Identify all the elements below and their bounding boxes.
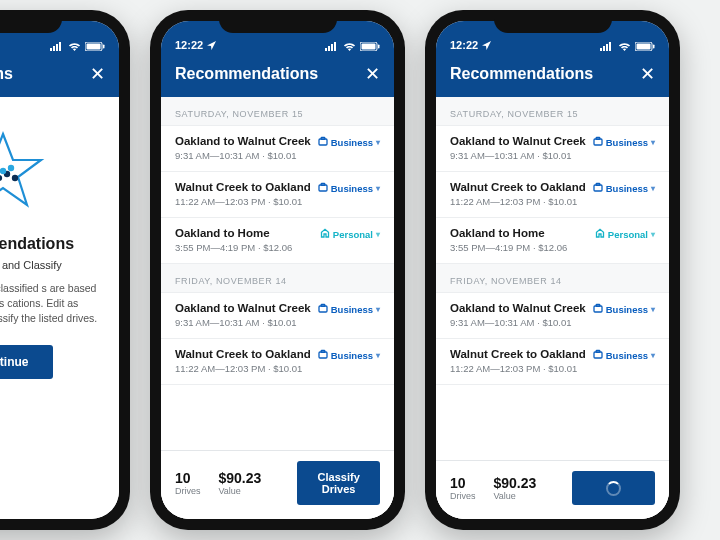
briefcase-icon xyxy=(318,349,328,361)
drive-meta: 3:55 PM—4:19 PM · $12.06 xyxy=(450,242,595,253)
svg-rect-31 xyxy=(606,44,608,51)
drive-title: Oakland to Walnut Creek xyxy=(175,302,318,314)
drive-meta: 9:31 AM—10:31 AM · $10.01 xyxy=(175,317,318,328)
star-illustration xyxy=(0,115,103,225)
section-header: SATURDAY, NOVEMBER 15 xyxy=(436,97,669,126)
location-icon xyxy=(482,41,491,50)
svg-rect-6 xyxy=(103,45,105,49)
nav-title: Recommendations xyxy=(450,65,593,83)
svg-rect-1 xyxy=(53,46,55,51)
classification-tag[interactable]: Personal▾ xyxy=(320,227,380,240)
battery-icon xyxy=(85,42,105,51)
chevron-down-icon: ▾ xyxy=(651,305,655,314)
chevron-down-icon: ▾ xyxy=(376,138,380,147)
signal-icon xyxy=(50,42,64,51)
close-icon[interactable]: ✕ xyxy=(365,63,380,85)
drive-row[interactable]: Oakland to Home3:55 PM—4:19 PM · $12.06P… xyxy=(436,218,669,264)
navbar: emmendations ✕ xyxy=(0,55,119,97)
drive-title: Oakland to Walnut Creek xyxy=(450,135,593,147)
svg-rect-14 xyxy=(325,48,327,51)
svg-rect-2 xyxy=(56,44,58,51)
svg-rect-3 xyxy=(59,42,61,51)
drive-row[interactable]: Oakland to Walnut Creek9:31 AM—10:31 AM … xyxy=(161,293,394,339)
section-header: SATURDAY, NOVEMBER 15 xyxy=(161,97,394,126)
drive-list[interactable]: SATURDAY, NOVEMBER 15Oakland to Walnut C… xyxy=(436,97,669,460)
intro-heading: Recommendations xyxy=(0,235,103,253)
navbar: Recommendations ✕ xyxy=(436,55,669,97)
svg-rect-20 xyxy=(378,45,380,49)
status-time: 12:22 xyxy=(175,39,203,51)
drive-meta: 9:31 AM—10:31 AM · $10.01 xyxy=(175,150,318,161)
classification-tag[interactable]: Business▾ xyxy=(593,302,655,315)
drive-title: Oakland to Walnut Creek xyxy=(175,135,318,147)
home-icon xyxy=(320,228,330,240)
briefcase-icon xyxy=(593,182,603,194)
status-time: 12:22 xyxy=(450,39,478,51)
stat-value: $90.23 Value xyxy=(219,470,262,496)
svg-point-10 xyxy=(11,175,17,181)
briefcase-icon xyxy=(593,136,603,148)
home-icon xyxy=(595,228,605,240)
svg-rect-29 xyxy=(600,48,602,51)
phone-list: 12:22 Recommendations ✕ SATURDAY, NOVEMB… xyxy=(150,10,405,530)
drive-meta: 11:22 AM—12:03 PM · $10.01 xyxy=(450,196,593,207)
close-icon[interactable]: ✕ xyxy=(90,63,105,85)
classification-tag[interactable]: Business▾ xyxy=(318,302,380,315)
briefcase-icon xyxy=(318,136,328,148)
classification-tag[interactable]: Business▾ xyxy=(318,348,380,361)
svg-rect-30 xyxy=(603,46,605,51)
section-header: FRIDAY, NOVEMBER 14 xyxy=(161,264,394,293)
drive-row[interactable]: Oakland to Walnut Creek9:31 AM—10:31 AM … xyxy=(161,126,394,172)
summary-footer: 10 Drives $90.23 Value xyxy=(436,460,669,519)
navbar: Recommendations ✕ xyxy=(161,55,394,97)
nav-title: emmendations xyxy=(0,65,13,83)
stat-value: $90.23 Value xyxy=(494,475,537,501)
drive-meta: 9:31 AM—10:31 AM · $10.01 xyxy=(450,317,593,328)
svg-rect-35 xyxy=(653,45,655,49)
drive-meta: 3:55 PM—4:19 PM · $12.06 xyxy=(175,242,320,253)
svg-point-8 xyxy=(0,175,2,181)
chevron-down-icon: ▾ xyxy=(376,351,380,360)
classification-tag[interactable]: Personal▾ xyxy=(595,227,655,240)
summary-footer: 10 Drives $90.23 Value Classify Drives xyxy=(161,450,394,519)
phone-loading: 12:22 Recommendations ✕ SATURDAY, NOVEMB… xyxy=(425,10,680,530)
drive-list[interactable]: SATURDAY, NOVEMBER 15Oakland to Walnut C… xyxy=(161,97,394,450)
nav-title: Recommendations xyxy=(175,65,318,83)
svg-rect-32 xyxy=(609,42,611,51)
classify-button-loading xyxy=(572,471,655,505)
svg-rect-5 xyxy=(87,44,101,50)
drive-row[interactable]: Walnut Creek to Oakland11:22 AM—12:03 PM… xyxy=(161,339,394,385)
battery-icon xyxy=(360,42,380,51)
phone-intro: emmendations ✕ Recommendations teview, E… xyxy=(0,10,130,530)
drive-row[interactable]: Walnut Creek to Oakland11:22 AM—12:03 PM… xyxy=(436,172,669,218)
battery-icon xyxy=(635,42,655,51)
drive-title: Walnut Creek to Oakland xyxy=(450,181,593,193)
drive-row[interactable]: Oakland to Home3:55 PM—4:19 PM · $12.06P… xyxy=(161,218,394,264)
svg-rect-34 xyxy=(637,44,651,50)
drive-row[interactable]: Oakland to Walnut Creek9:31 AM—10:31 AM … xyxy=(436,293,669,339)
chevron-down-icon: ▾ xyxy=(376,305,380,314)
classification-tag[interactable]: Business▾ xyxy=(318,135,380,148)
classification-tag[interactable]: Business▾ xyxy=(593,348,655,361)
drive-title: Walnut Creek to Oakland xyxy=(450,348,593,360)
drive-title: Walnut Creek to Oakland xyxy=(175,348,318,360)
drive-row[interactable]: Walnut Creek to Oakland11:22 AM—12:03 PM… xyxy=(436,339,669,385)
classify-button[interactable]: Classify Drives xyxy=(297,461,380,505)
classification-tag[interactable]: Business▾ xyxy=(593,135,655,148)
notch xyxy=(494,10,612,33)
drive-row[interactable]: Walnut Creek to Oakland11:22 AM—12:03 PM… xyxy=(161,172,394,218)
close-icon[interactable]: ✕ xyxy=(640,63,655,85)
stat-drives: 10 Drives xyxy=(175,470,201,496)
classification-tag[interactable]: Business▾ xyxy=(593,181,655,194)
spinner-icon xyxy=(606,481,621,496)
notch xyxy=(0,10,62,33)
wifi-icon xyxy=(618,42,631,51)
continue-button[interactable]: Continue xyxy=(0,345,53,379)
svg-rect-19 xyxy=(362,44,376,50)
svg-rect-17 xyxy=(334,42,336,51)
drive-row[interactable]: Oakland to Walnut Creek9:31 AM—10:31 AM … xyxy=(436,126,669,172)
wifi-icon xyxy=(343,42,356,51)
chevron-down-icon: ▾ xyxy=(651,138,655,147)
classification-tag[interactable]: Business▾ xyxy=(318,181,380,194)
drive-title: Walnut Creek to Oakland xyxy=(175,181,318,193)
